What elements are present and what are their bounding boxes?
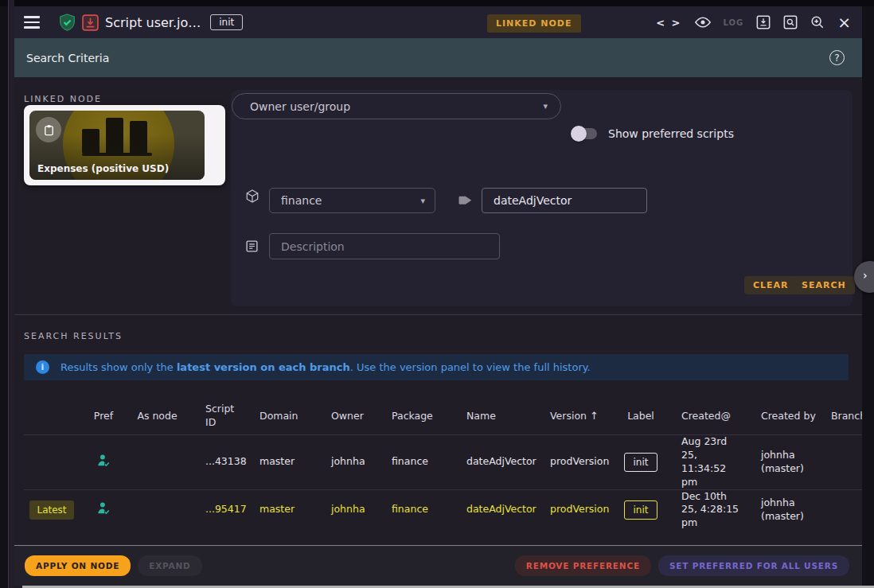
- footer-bar: APPLY ON NODE EXPAND REMOVE PREFERENCE S…: [14, 546, 862, 586]
- package-select[interactable]: finance ▾: [269, 188, 435, 213]
- info-text: Results show only the latest version on …: [60, 361, 591, 373]
- background-page-edge: [8, 0, 14, 588]
- chevron-down-icon: ▾: [543, 101, 548, 111]
- package-select-value: finance: [281, 194, 322, 207]
- cell-created-at: Aug 23rd 25, 11:34:52 pm: [669, 435, 748, 489]
- cell-created-by: johnha (master): [748, 496, 818, 524]
- inspect-window-icon[interactable]: [783, 15, 798, 29]
- chevron-down-icon: ▾: [420, 196, 425, 206]
- cell-script-id: ...95417: [187, 503, 247, 516]
- cell-version: prodVersion: [537, 455, 613, 469]
- close-icon[interactable]: ×: [837, 14, 851, 30]
- section-divider: [14, 314, 862, 315]
- search-button[interactable]: SEARCH: [793, 276, 855, 294]
- owner-user-group-select[interactable]: Owner user/group ▾: [232, 93, 561, 119]
- script-panel-icon[interactable]: [756, 15, 771, 29]
- col-created-by[interactable]: Created by: [748, 410, 818, 423]
- linked-node-card[interactable]: Expenses (positive USD): [24, 105, 225, 185]
- info-icon: i: [36, 360, 49, 374]
- sort-ascending-icon[interactable]: ↑: [590, 410, 599, 422]
- results-table: Pref As node Script ID Domain Owner Pack…: [24, 398, 862, 530]
- set-preferred-for-all-users-button[interactable]: SET PREFERRED FOR ALL USERS: [658, 555, 849, 576]
- col-as-node[interactable]: As node: [127, 410, 187, 423]
- table-header-row: Pref As node Script ID Domain Owner Pack…: [24, 398, 862, 434]
- col-pref[interactable]: Pref: [80, 410, 127, 423]
- package-cube-icon: [245, 189, 259, 204]
- node-thumbnail: Expenses (positive USD): [29, 111, 205, 180]
- latest-badge: Latest: [29, 500, 73, 520]
- cell-version: prodVersion: [537, 503, 613, 516]
- label-chip: init: [624, 500, 658, 520]
- table-row[interactable]: Latest ...95417 master johnha finance da…: [24, 489, 862, 531]
- cell-name: dateAdjVector: [454, 503, 537, 516]
- cell-created-by: johnha (master): [748, 449, 818, 476]
- zoom-in-icon[interactable]: [810, 15, 825, 29]
- description-input[interactable]: [269, 233, 500, 259]
- col-script-id[interactable]: Script ID: [187, 403, 247, 430]
- table-row[interactable]: ...43138 master johnha finance dateAdjVe…: [24, 434, 862, 489]
- expand-button[interactable]: EXPAND: [138, 555, 201, 576]
- preferred-user-icon[interactable]: [80, 500, 127, 520]
- titlebar-actions: < > LOG ×: [656, 6, 851, 38]
- remove-preference-button[interactable]: REMOVE PREFERENCE: [515, 555, 651, 576]
- cell-name: dateAdjVector: [454, 455, 537, 469]
- verified-shield-icon: [59, 14, 76, 32]
- description-icon: [245, 239, 259, 253]
- preferred-user-icon[interactable]: [80, 453, 127, 472]
- script-type-icon: [82, 14, 99, 31]
- cell-script-id: ...43138: [187, 455, 247, 469]
- col-owner[interactable]: Owner: [318, 410, 379, 423]
- name-tag-icon: [457, 195, 473, 207]
- show-preferred-toggle-row[interactable]: Show preferred scripts: [573, 127, 734, 140]
- label-chip: init: [624, 453, 658, 472]
- cell-domain: master: [247, 455, 318, 469]
- cell-package: finance: [379, 455, 454, 469]
- code-view-icon[interactable]: < >: [656, 17, 681, 29]
- search-criteria-title: Search Criteria: [26, 52, 109, 64]
- cell-created-at: Dec 10th 25, 4:28:15 pm: [669, 490, 748, 531]
- results-info-banner: i Results show only the latest version o…: [24, 354, 849, 380]
- search-results-label: SEARCH RESULTS: [24, 331, 123, 341]
- cell-owner: johnha: [318, 503, 379, 516]
- clipboard-icon: [36, 117, 61, 142]
- cell-package: finance: [379, 503, 454, 516]
- menu-icon[interactable]: [24, 16, 40, 29]
- owner-select-value: Owner user/group: [250, 100, 350, 113]
- show-preferred-label: Show preferred scripts: [608, 127, 734, 140]
- clear-button[interactable]: CLEAR: [744, 276, 798, 294]
- col-version[interactable]: Version↑: [537, 409, 613, 423]
- col-branch[interactable]: Branch: [818, 410, 862, 423]
- linked-node-badge: LINKED NODE: [487, 14, 581, 33]
- preview-eye-icon[interactable]: [695, 17, 711, 28]
- col-created-at[interactable]: Created@: [669, 410, 748, 423]
- cell-domain: master: [247, 503, 318, 516]
- col-package[interactable]: Package: [379, 410, 454, 423]
- show-preferred-toggle[interactable]: [573, 128, 597, 139]
- node-caption: Expenses (positive USD): [37, 163, 169, 174]
- dialog-titlebar: Script user.jo… init LINKED NODE < > LOG…: [14, 6, 862, 38]
- help-icon[interactable]: ?: [829, 50, 845, 65]
- col-name[interactable]: Name: [454, 410, 537, 423]
- linked-node-section-label: LINKED NODE: [24, 94, 102, 104]
- col-label[interactable]: Label: [613, 410, 669, 423]
- version-label-badge: init: [210, 14, 243, 30]
- cell-owner: johnha: [318, 455, 379, 469]
- name-input[interactable]: [482, 188, 647, 213]
- log-button[interactable]: LOG: [724, 18, 744, 27]
- apply-on-node-button[interactable]: APPLY ON NODE: [25, 555, 131, 576]
- chevron-right-icon: ›: [863, 269, 868, 282]
- search-criteria-header: Search Criteria ?: [14, 38, 862, 77]
- window-top-edge: [0, 0, 874, 6]
- col-domain[interactable]: Domain: [247, 410, 318, 423]
- dialog-title: Script user.jo…: [105, 15, 201, 30]
- script-dialog: Script user.jo… init LINKED NODE < > LOG…: [14, 6, 862, 588]
